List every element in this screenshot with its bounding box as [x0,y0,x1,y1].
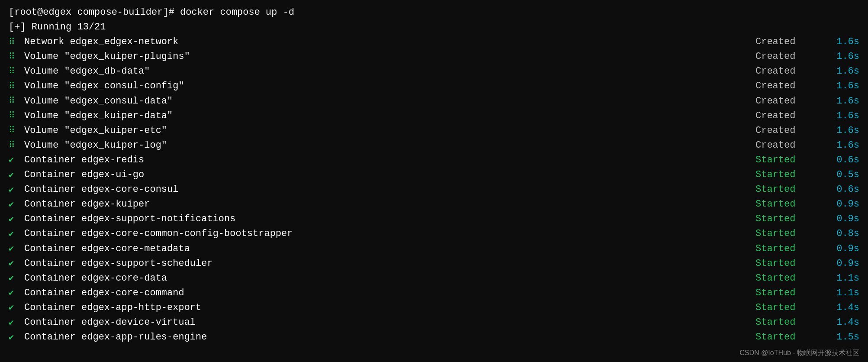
output-row: ✔Container edgex-core-dataStarted1.1s [9,271,859,286]
output-row: ✔Container edgex-support-notificationsSt… [9,212,859,226]
item-time: 0.8s [825,226,859,241]
item-time: 1.6s [825,49,859,64]
item-name: Container edgex-core-command [24,286,755,301]
check-icon: ✔ [9,183,24,197]
output-row: ✔Container edgex-core-metadataStarted0.9… [9,242,859,256]
output-row: ⠿Volume "edgex_kuiper-plugins"Created1.6… [9,49,859,64]
check-icon: ✔ [9,242,24,255]
item-status: Started [755,197,825,212]
item-time: 0.9s [825,197,859,212]
item-status: Started [755,315,825,330]
item-status: Created [755,64,825,79]
item-status: Created [755,35,825,49]
item-status: Created [755,123,825,138]
item-status: Started [755,330,825,345]
watermark-text: CSDN @IoTHub - 物联网开源技术社区 [739,349,859,358]
output-row: ⠿Volume "edgex_kuiper-log"Created1.6s [9,138,859,153]
check-icon: ✔ [9,316,24,330]
running-text: [+] Running 13/21 [9,20,106,35]
item-time: 0.9s [825,256,859,271]
item-name: Container edgex-app-http-export [24,301,755,315]
output-row: ⠿Volume "edgex_kuiper-etc"Created1.6s [9,123,859,138]
output-row: ✔Container edgex-ui-goStarted0.5s [9,168,859,182]
dot-icon: ⠿ [9,80,24,93]
item-name: Container edgex-core-data [24,271,755,286]
prompt-text: [root@edgex compose-builder]# docker com… [9,5,294,20]
dot-icon: ⠿ [9,36,24,49]
item-status: Started [755,286,825,301]
item-name: Container edgex-kuiper [24,197,755,212]
item-name: Container edgex-app-rules-engine [24,330,755,345]
item-name: Container edgex-core-metadata [24,242,755,256]
item-time: 0.6s [825,182,859,197]
item-status: Created [755,138,825,153]
item-time: 1.5s [825,330,859,345]
check-icon: ✔ [9,213,24,226]
item-name: Container edgex-ui-go [24,168,755,182]
item-time: 1.4s [825,301,859,315]
item-time: 0.9s [825,212,859,226]
dot-icon: ⠿ [9,139,24,152]
item-name: Volume "edgex_db-data" [24,64,755,79]
item-status: Started [755,212,825,226]
item-time: 1.6s [825,123,859,138]
item-name: Volume "edgex_consul-config" [24,79,755,94]
output-row: ⠿Network edgex_edgex-networkCreated1.6s [9,35,859,49]
item-status: Started [755,256,825,271]
prompt-line: [root@edgex compose-builder]# docker com… [9,5,859,20]
item-time: 1.6s [825,109,859,123]
item-name: Container edgex-device-virtual [24,315,755,330]
item-status: Created [755,94,825,109]
item-status: Created [755,79,825,94]
item-name: Volume "edgex_kuiper-plugins" [24,49,755,64]
item-status: Started [755,153,825,168]
item-time: 1.6s [825,35,859,49]
item-name: Container edgex-core-common-config-boots… [24,226,755,241]
output-row: ⠿Volume "edgex_kuiper-data"Created1.6s [9,109,859,123]
item-time: 1.1s [825,286,859,301]
item-name: Container edgex-support-notifications [24,212,755,226]
output-row: ✔Container edgex-core-common-config-boot… [9,226,859,241]
item-status: Created [755,109,825,123]
item-name: Volume "edgex_kuiper-log" [24,138,755,153]
output-row: ⠿Volume "edgex_consul-config"Created1.6s [9,79,859,94]
check-icon: ✔ [9,168,24,182]
output-row: ✔Container edgex-app-http-exportStarted1… [9,301,859,315]
output-row: ✔Container edgex-support-schedulerStarte… [9,256,859,271]
item-time: 1.6s [825,79,859,94]
item-name: Container edgex-redis [24,153,755,168]
dot-icon: ⠿ [9,50,24,64]
output-row: ✔Container edgex-redisStarted0.6s [9,153,859,168]
check-icon: ✔ [9,331,24,344]
output-row: ✔Container edgex-core-consulStarted0.6s [9,182,859,197]
item-name: Volume "edgex_kuiper-data" [24,109,755,123]
dot-icon: ⠿ [9,109,24,123]
check-icon: ✔ [9,286,24,300]
item-name: Container edgex-core-consul [24,182,755,197]
item-time: 1.6s [825,94,859,109]
check-icon: ✔ [9,257,24,270]
output-row: ✔Container edgex-core-commandStarted1.1s [9,286,859,301]
dot-icon: ⠿ [9,124,24,137]
item-time: 0.5s [825,168,859,182]
check-icon: ✔ [9,198,24,211]
item-status: Started [755,226,825,241]
item-time: 0.9s [825,242,859,256]
item-name: Volume "edgex_consul-data" [24,94,755,109]
output-row: ✔Container edgex-app-rules-engineStarted… [9,330,859,345]
item-status: Started [755,301,825,315]
item-status: Started [755,242,825,256]
item-status: Started [755,168,825,182]
item-time: 0.6s [825,153,859,168]
output-rows: ⠿Network edgex_edgex-networkCreated1.6s⠿… [9,35,859,345]
terminal-container: [root@edgex compose-builder]# docker com… [9,5,859,345]
item-time: 1.4s [825,315,859,330]
output-row: ✔Container edgex-device-virtualStarted1.… [9,315,859,330]
item-name: Network edgex_edgex-network [24,35,755,49]
item-name: Volume "edgex_kuiper-etc" [24,123,755,138]
item-status: Started [755,271,825,286]
check-icon: ✔ [9,227,24,241]
output-row: ⠿Volume "edgex_db-data"Created1.6s [9,64,859,79]
check-icon: ✔ [9,301,24,314]
output-row: ⠿Volume "edgex_consul-data"Created1.6s [9,94,859,109]
